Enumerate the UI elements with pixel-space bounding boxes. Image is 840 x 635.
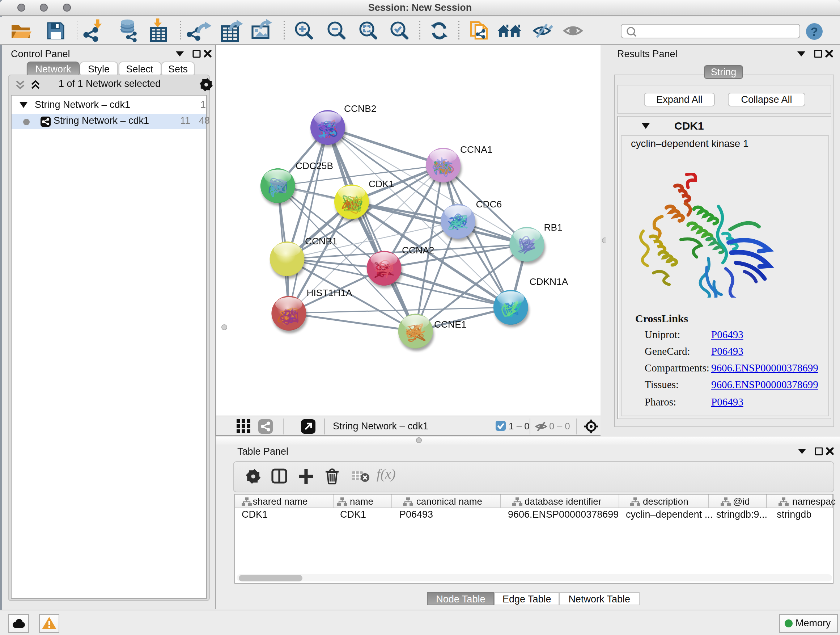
svg-text:CDC25B: CDC25B: [295, 160, 333, 171]
svg-text:CCNE1: CCNE1: [434, 319, 466, 330]
svg-text:?: ?: [811, 25, 818, 38]
svg-text:CCNB1: CCNB1: [305, 236, 337, 247]
svg-text:RB1: RB1: [544, 222, 562, 233]
svg-text:CDC6: CDC6: [476, 199, 502, 210]
svg-text:CCNA2: CCNA2: [402, 245, 434, 256]
svg-text:CCNA1: CCNA1: [460, 144, 493, 155]
svg-text:CDK1: CDK1: [369, 179, 394, 189]
svg-text:CCNB2: CCNB2: [344, 103, 376, 114]
svg-text:HIST1H1A: HIST1H1A: [306, 287, 352, 298]
svg-text:CDKN1A: CDKN1A: [529, 276, 568, 287]
